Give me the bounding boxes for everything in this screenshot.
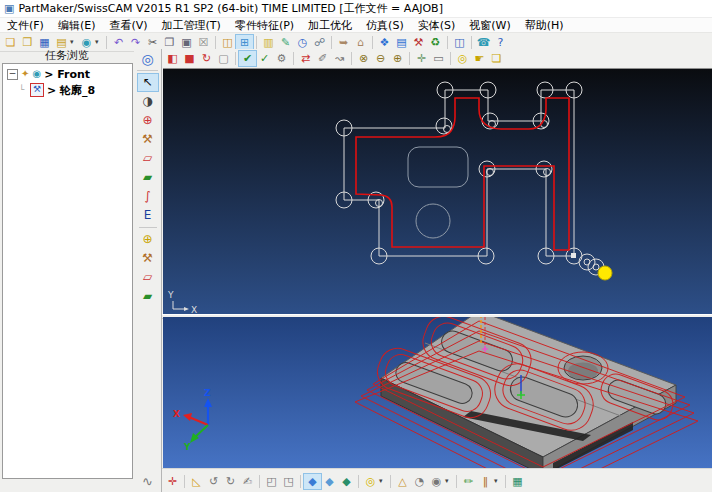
bottom-3d-view[interactable]: Z X Y xyxy=(163,317,712,468)
pick-visibility-button[interactable]: ☛ xyxy=(471,51,488,66)
capture-button[interactable]: ▦ xyxy=(509,474,526,489)
cut-button[interactable]: ✂ xyxy=(144,35,161,50)
paste-button[interactable]: ▣ xyxy=(178,35,195,50)
erase-highlight-button[interactable]: ◺ xyxy=(188,474,205,489)
menu-process-optimize[interactable]: 加工优化 xyxy=(301,18,359,33)
camera-button[interactable]: ◉ xyxy=(428,474,445,489)
reverse-path-button[interactable]: ⇄ xyxy=(297,51,314,66)
probe-button[interactable]: ‖ xyxy=(477,474,494,489)
menu-help[interactable]: 帮助(H) xyxy=(518,18,571,33)
probe-button-dropdown[interactable]: ▾ xyxy=(494,477,502,485)
drill-feature-tool[interactable]: ⚒ xyxy=(138,250,158,267)
job-document-button[interactable]: ▥ xyxy=(260,35,277,50)
zoom-window-button[interactable]: ⊗ xyxy=(355,51,372,66)
save-as-button[interactable]: ▤ xyxy=(53,35,70,50)
shaded-edges-button[interactable]: ◆ xyxy=(321,474,338,489)
time-estimate-button[interactable]: ◷ xyxy=(294,35,311,50)
new-file-button[interactable]: ❏ xyxy=(2,35,19,50)
show-all-button[interactable]: ◎ xyxy=(454,51,471,66)
collapse-icon[interactable]: − xyxy=(7,69,18,80)
print-button-dropdown[interactable]: ▾ xyxy=(95,38,103,46)
split-view-button[interactable]: ◫ xyxy=(451,35,468,50)
regenerate-button[interactable]: ⚙ xyxy=(273,51,290,66)
simulation-button[interactable]: ∿ xyxy=(134,474,161,489)
archive-button[interactable]: ⌂ xyxy=(352,35,369,50)
wireframe-view-button[interactable]: ◆ xyxy=(338,474,355,489)
engrave-tool[interactable]: E xyxy=(138,207,158,224)
flip-left-button[interactable]: ◰ xyxy=(263,474,280,489)
section-button[interactable]: ◔ xyxy=(411,474,428,489)
rotate-view-button[interactable]: ↺ xyxy=(205,474,222,489)
camera-button-dropdown[interactable]: ▾ xyxy=(445,477,453,485)
menu-view[interactable]: 查看(V) xyxy=(102,18,154,33)
delete-button[interactable]: ☒ xyxy=(195,35,212,50)
point-tool[interactable]: ⊕ xyxy=(138,112,158,129)
layers-visibility-button[interactable]: ❏ xyxy=(488,51,505,66)
help-button[interactable]: ? xyxy=(492,35,509,50)
form-edit-button[interactable]: ✎ xyxy=(277,35,294,50)
save-button[interactable]: ▦ xyxy=(36,35,53,50)
zoom-out-button[interactable]: ⊖ xyxy=(372,51,389,66)
tree-node-front[interactable]: − ✦ ◉ > Front xyxy=(3,66,132,82)
undo-button[interactable]: ↶ xyxy=(110,35,127,50)
draw-button[interactable]: ✏ xyxy=(460,474,477,489)
support-phone-button[interactable]: ☎ xyxy=(475,35,492,50)
profile-group-tool[interactable]: ▱ xyxy=(138,150,158,167)
drill-group-tool[interactable]: ⚒ xyxy=(138,131,158,148)
path-points-button[interactable]: ↝ xyxy=(331,51,348,66)
cam-window-button[interactable]: ⊞ xyxy=(236,35,253,50)
svg-text:X: X xyxy=(191,305,197,314)
print-button[interactable]: ◉ xyxy=(78,35,95,50)
verify-options-button[interactable]: ✓ xyxy=(256,51,273,66)
title-bar: ▣ PartMaker/SwissCAM V2015 R1 SP2 (64-bi… xyxy=(0,0,712,18)
view-sphere-tool[interactable]: ◑ xyxy=(138,93,158,110)
menu-part-features[interactable]: 零件特征(P) xyxy=(228,18,301,33)
viewport-area: ◧■↻▢✔✓⚙⇄✐↝⊗⊖⊕✛▭◎☛❏ xyxy=(161,49,712,492)
edit-path-button[interactable]: ✐ xyxy=(314,51,331,66)
thread-mill-tool[interactable]: ∫ xyxy=(138,188,158,205)
pan-button[interactable]: ✛ xyxy=(413,51,430,66)
top-view-axis-indicator: Y X xyxy=(167,290,197,314)
flip-right-button[interactable]: ◳ xyxy=(280,474,297,489)
menu-window[interactable]: 视窗(W) xyxy=(462,18,517,33)
zoom-box-button[interactable]: ▭ xyxy=(430,51,447,66)
open-file-button[interactable]: ❒ xyxy=(19,35,36,50)
light-button[interactable]: ◎ xyxy=(362,474,379,489)
menu-solids[interactable]: 实体(S) xyxy=(411,18,463,33)
profile-feature-tool[interactable]: ▱ xyxy=(138,269,158,286)
menu-file[interactable]: 文件(F) xyxy=(0,18,51,33)
shaded-view-button[interactable]: ◆ xyxy=(304,474,321,489)
select-tool[interactable]: ↖ xyxy=(138,74,158,91)
light-button-dropdown[interactable]: ▾ xyxy=(379,477,387,485)
menu-edit[interactable]: 编辑(E) xyxy=(51,18,103,33)
csys-button[interactable]: ✛ xyxy=(164,474,181,489)
layers-button[interactable]: ▤ xyxy=(393,35,410,50)
pocket-group-tool[interactable]: ▰ xyxy=(138,169,158,186)
measure-button[interactable]: △ xyxy=(394,474,411,489)
refresh-button[interactable]: ♻ xyxy=(427,35,444,50)
top-2d-view[interactable]: Y X xyxy=(163,68,712,314)
face-window-rotate-button[interactable]: ↻ xyxy=(198,51,215,66)
face-view-button[interactable]: ◎ xyxy=(137,50,159,68)
pocket-feature-tool[interactable]: ▰ xyxy=(138,288,158,305)
export-button[interactable]: ➥ xyxy=(335,35,352,50)
new-face-window-button[interactable]: ▢ xyxy=(215,51,232,66)
redo-button[interactable]: ↷ xyxy=(127,35,144,50)
tree-node-label: > Front xyxy=(44,68,90,81)
verify-toolpath-button[interactable]: ✔ xyxy=(239,51,256,66)
zoom-in-button[interactable]: ⊕ xyxy=(389,51,406,66)
face-window-button[interactable]: ◧ xyxy=(164,51,181,66)
machine-setup-button[interactable]: ⚒ xyxy=(410,35,427,50)
point-feature-tool[interactable]: ⊕ xyxy=(138,231,158,248)
menu-process-manage[interactable]: 加工管理(T) xyxy=(155,18,228,33)
process-table-button[interactable]: ◫ xyxy=(219,35,236,50)
tree-node-profile-8[interactable]: └ ⚒ > 轮廓_8 xyxy=(3,82,132,98)
menu-simulation[interactable]: 仿真(S) xyxy=(359,18,411,33)
face-window-solid-button[interactable]: ■ xyxy=(181,51,198,66)
tile-windows-button[interactable]: ❖ xyxy=(376,35,393,50)
spin-view-button[interactable]: ↻ xyxy=(222,474,239,489)
copy-button[interactable]: ❐ xyxy=(161,35,178,50)
save-as-button-dropdown[interactable]: ▾ xyxy=(70,38,78,46)
process-flow-button[interactable]: ☍ xyxy=(311,35,328,50)
sketch-button[interactable]: ✍ xyxy=(239,474,256,489)
